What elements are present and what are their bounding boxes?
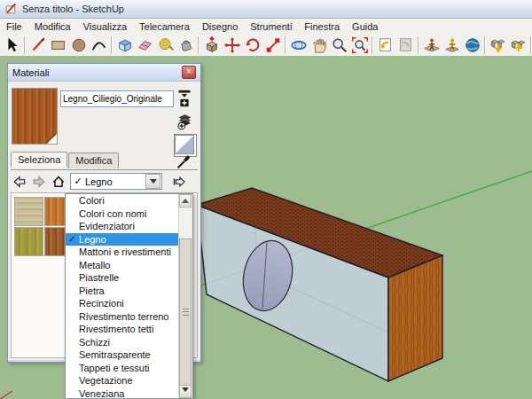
line-tool-button[interactable] bbox=[27, 35, 48, 55]
menu-file[interactable]: File bbox=[0, 20, 28, 33]
dropdown-item-piastrelle[interactable]: Piastrelle bbox=[66, 271, 178, 285]
checkmark-gutter bbox=[66, 271, 79, 285]
dropdown-item-label: Evidenziatori bbox=[79, 220, 135, 233]
dropdown-item-recinzioni[interactable]: Recinzioni bbox=[66, 297, 178, 310]
collection-dropdown[interactable]: ✓ Legno bbox=[70, 173, 162, 190]
material-thumbnail-legno-oliva[interactable] bbox=[14, 227, 43, 256]
home-button[interactable] bbox=[51, 174, 66, 189]
arc-tool-button[interactable] bbox=[89, 35, 109, 55]
checkmark-gutter bbox=[66, 362, 79, 375]
tab-modifica[interactable]: Modifica bbox=[68, 153, 119, 168]
dropdown-item-semitrasparente[interactable]: Semitrasparente bbox=[66, 348, 178, 362]
menu-telecamera[interactable]: Telecamera bbox=[133, 20, 196, 33]
secondary-pane-button[interactable] bbox=[173, 87, 196, 109]
scale-icon bbox=[264, 36, 282, 54]
next-view-tool-button[interactable] bbox=[395, 35, 416, 55]
menu-guida[interactable]: Guida bbox=[346, 20, 384, 33]
sample-paint-button[interactable] bbox=[175, 153, 192, 169]
eraser-tool-button[interactable] bbox=[135, 35, 155, 55]
dropdown-arrow-button[interactable] bbox=[145, 174, 160, 189]
scroll-down-icon bbox=[182, 387, 189, 395]
scroll-up-button[interactable] bbox=[179, 194, 192, 207]
dropdown-item-evidenziatori[interactable]: Evidenziatori bbox=[66, 220, 178, 233]
3d-viewport[interactable]: Materiali × bbox=[0, 56, 532, 399]
dropdown-item-metallo[interactable]: Metallo bbox=[66, 259, 178, 272]
menu-finestra[interactable]: Finestra bbox=[298, 20, 346, 33]
collection-value: Legno bbox=[85, 176, 145, 187]
look-around-tool-button[interactable] bbox=[442, 35, 462, 55]
move-tool-button[interactable] bbox=[222, 35, 242, 55]
dropdown-item-veneziana[interactable]: Veneziana bbox=[66, 387, 178, 399]
dropdown-item-tappeti-e-tessuti[interactable]: Tappeti e tessuti bbox=[66, 362, 178, 375]
menu-strumenti[interactable]: Strumenti bbox=[244, 20, 298, 33]
toolbar-separator bbox=[111, 36, 113, 54]
rectangle-tool-button[interactable] bbox=[48, 35, 68, 55]
get-models-icon bbox=[489, 36, 507, 54]
dropdown-item-label: Recinzioni bbox=[79, 297, 124, 310]
materials-panel-titlebar[interactable]: Materiali × bbox=[8, 64, 200, 82]
box-right-face[interactable] bbox=[388, 255, 442, 381]
rotate-tool-button[interactable] bbox=[242, 35, 262, 55]
menu-visualizza[interactable]: Visualizza bbox=[77, 20, 133, 33]
material-preview-swatch[interactable] bbox=[12, 88, 58, 145]
material-name-input[interactable] bbox=[60, 90, 174, 107]
dropdown-item-mattoni-e-rivestimenti[interactable]: Mattoni e rivestimenti bbox=[66, 246, 178, 259]
details-button[interactable] bbox=[171, 174, 187, 189]
dropdown-item-colori-con-nomi[interactable]: Colori con nomi bbox=[66, 207, 178, 221]
tape-measure-tool-button[interactable] bbox=[155, 35, 176, 55]
make-component-tool-button[interactable] bbox=[114, 35, 135, 55]
next-view-icon bbox=[397, 36, 415, 54]
rectangle-icon bbox=[50, 36, 67, 54]
checkmark-gutter bbox=[66, 246, 79, 259]
scale-tool-button[interactable] bbox=[262, 35, 283, 55]
collection-checkmark: ✓ bbox=[71, 176, 85, 187]
dropdown-item-rivestimento-terreno[interactable]: Rivestimento terreno bbox=[66, 310, 178, 324]
position-camera-icon bbox=[423, 36, 441, 54]
menu-modifica[interactable]: Modifica bbox=[28, 20, 77, 33]
google-earth-tool-button[interactable] bbox=[462, 35, 482, 55]
push-pull-tool-button[interactable] bbox=[201, 35, 222, 55]
dropdown-item-legno[interactable]: ✓Legno bbox=[66, 233, 178, 246]
material-thumbnail-legno-bambu[interactable] bbox=[14, 197, 43, 226]
orbit-tool-button[interactable] bbox=[288, 35, 309, 55]
circle-tool-button[interactable] bbox=[68, 35, 89, 55]
scroll-down-button[interactable] bbox=[179, 385, 192, 398]
toolbar bbox=[0, 34, 532, 57]
tab-seleziona[interactable]: Seleziona bbox=[11, 152, 67, 168]
scrollbar-grip bbox=[183, 309, 189, 316]
dropdown-item-rivestimento-tetti[interactable]: Rivestimento tetti bbox=[66, 323, 178, 336]
dropdown-item-schizzi[interactable]: Schizzi bbox=[66, 336, 178, 349]
select-icon bbox=[4, 36, 21, 54]
dropdown-item-label: Rivestimento tetti bbox=[79, 323, 153, 336]
forward-button[interactable] bbox=[31, 174, 47, 189]
back-button[interactable] bbox=[12, 174, 27, 189]
share-models-tool-button[interactable] bbox=[508, 35, 528, 55]
red-axis-line bbox=[0, 391, 12, 399]
dropdown-item-vegetazione[interactable]: Vegetazione bbox=[66, 374, 178, 387]
title-bar[interactable]: Senza titolo - SketchUp bbox=[0, 0, 532, 19]
paint-bucket-tool-button[interactable] bbox=[176, 35, 196, 55]
position-camera-tool-button[interactable] bbox=[421, 35, 442, 55]
dropdown-item-label: Schizzi bbox=[79, 336, 110, 349]
dropdown-item-label: Mattoni e rivestimenti bbox=[79, 246, 171, 259]
zoom-tool-button[interactable] bbox=[329, 35, 349, 55]
menu-disegno[interactable]: Disegno bbox=[196, 20, 244, 33]
close-button[interactable]: × bbox=[182, 66, 196, 79]
pan-tool-button[interactable] bbox=[309, 35, 329, 55]
zoom-extents-tool-button[interactable] bbox=[349, 35, 370, 55]
dropdown-item-label: Legno bbox=[79, 233, 106, 246]
create-material-button[interactable] bbox=[173, 110, 196, 132]
popup-scrollbar[interactable] bbox=[178, 194, 192, 398]
dropdown-item-label: Vegetazione bbox=[79, 374, 133, 387]
share-models-icon bbox=[510, 36, 528, 54]
dropdown-item-label: Piastrelle bbox=[79, 271, 119, 285]
checkmark-gutter bbox=[66, 310, 79, 324]
get-models-tool-button[interactable] bbox=[488, 35, 508, 55]
sketchup-window: Senza titolo - SketchUp FileModificaVisu… bbox=[0, 0, 532, 399]
checkmark-gutter bbox=[66, 374, 79, 387]
previous-view-tool-button[interactable] bbox=[375, 35, 395, 55]
scrollbar-thumb[interactable] bbox=[179, 239, 192, 386]
dropdown-item-pietra[interactable]: Pietra bbox=[66, 285, 178, 298]
dropdown-item-colori[interactable]: Colori bbox=[66, 194, 178, 207]
select-tool-button[interactable] bbox=[2, 35, 22, 55]
